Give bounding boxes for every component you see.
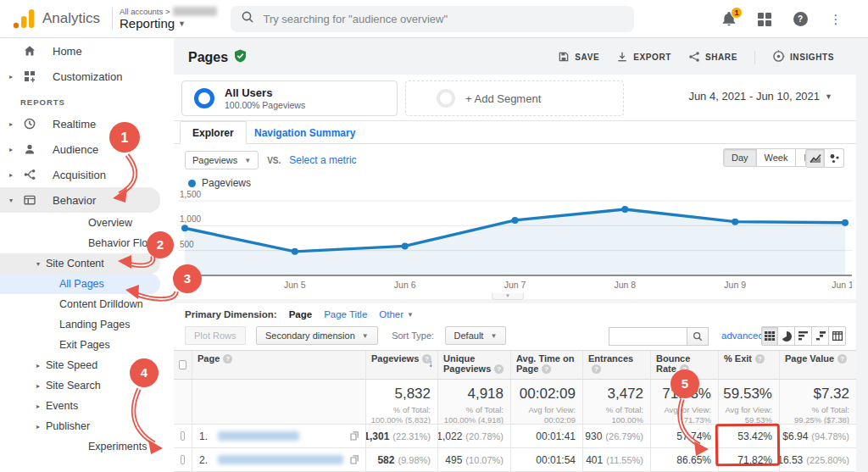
sidebar-item-label: Home xyxy=(53,45,82,58)
plot-rows-button[interactable]: Plot Rows xyxy=(185,326,246,345)
help-icon[interactable]: ? xyxy=(792,11,809,28)
summary-cell: 5,832% of Total: 100.00% (5,832) xyxy=(366,380,438,425)
data-view-icon[interactable] xyxy=(761,326,778,346)
add-segment-button[interactable]: + Add Segment xyxy=(405,81,624,116)
column-header-pageviews[interactable]: Pageviews?↓ xyxy=(366,351,438,380)
sidebar-item-audience[interactable]: ▸Audience xyxy=(0,136,174,162)
column-header-entrances[interactable]: Entrances? xyxy=(583,351,651,380)
sidebar-item-acquisition[interactable]: ▸Acquisition xyxy=(0,162,174,187)
sidebar-item-events[interactable]: ▸Events xyxy=(0,396,174,416)
segment-all-users[interactable]: All Users 100.00% Pageviews xyxy=(181,81,398,116)
app-header: Analytics All accounts > Reporting ▼ 1 ?… xyxy=(0,0,868,38)
help-tooltip-icon[interactable]: ? xyxy=(223,354,232,364)
sidebar-item-content-drilldown[interactable]: Content Drilldown xyxy=(0,294,174,314)
chart-legend: Pageviews xyxy=(188,177,251,189)
select-metric-link[interactable]: Select a metric xyxy=(289,154,356,166)
notifications-bell-icon[interactable]: 1 xyxy=(721,11,737,28)
sidebar-item-customization[interactable]: ▸Customization xyxy=(0,64,174,89)
tab-strip: Explorer Navigation Summary xyxy=(174,121,856,144)
sidebar-item-label: Customization xyxy=(53,70,122,83)
help-tooltip-icon[interactable]: ? xyxy=(837,354,847,364)
primary-dimension-page-title[interactable]: Page Title xyxy=(324,309,367,319)
open-page-icon[interactable] xyxy=(350,431,359,441)
global-search[interactable] xyxy=(231,6,634,32)
export-button[interactable]: EXPORT xyxy=(616,51,671,64)
sidebar-item-experiments[interactable]: Experiments xyxy=(0,436,174,457)
line-chart-icon[interactable] xyxy=(805,148,825,168)
metric-dropdown[interactable]: Pageviews ▼ xyxy=(185,151,259,169)
analytics-logo-icon[interactable] xyxy=(12,7,36,31)
column-header-page[interactable]: Page? xyxy=(192,351,366,380)
help-tooltip-icon[interactable]: ? xyxy=(592,364,601,374)
select-all-checkbox[interactable] xyxy=(179,360,186,369)
column-header--exit[interactable]: % Exit? xyxy=(719,351,780,380)
table-cell: 582(9.98%) xyxy=(366,448,438,472)
apps-grid-icon[interactable] xyxy=(756,11,773,28)
tab-navigation-summary[interactable]: Navigation Summary xyxy=(254,121,355,144)
column-header-avg-time-on-page[interactable]: Avg. Time on Page? xyxy=(511,351,583,380)
primary-dimension-page[interactable]: Page xyxy=(289,309,313,319)
sidebar-item-label: Site Speed xyxy=(46,359,97,371)
share-button[interactable]: SHARE xyxy=(688,51,737,64)
more-options-icon[interactable]: ⋮ xyxy=(827,11,844,28)
percentage-view-icon[interactable] xyxy=(778,326,795,346)
sidebar-item-landing-pages[interactable]: Landing Pages xyxy=(0,314,174,335)
secondary-dimension-dropdown[interactable]: Secondary dimension ▼ xyxy=(256,326,378,345)
sidebar-item-exit-pages[interactable]: Exit Pages xyxy=(0,335,174,355)
insights-button[interactable]: INSIGHTS xyxy=(772,50,834,64)
sidebar-item-site-content[interactable]: ▾Site Content xyxy=(0,253,160,274)
pageviews-line-chart[interactable]: 5001,0001,500Jun 5Jun 6Jun 7Jun 8Jun 9Ju… xyxy=(178,191,852,294)
reporting-menu[interactable]: Reporting ▼ xyxy=(120,16,217,31)
column-header-page-value[interactable]: Page Value? xyxy=(780,351,856,380)
granularity-week-button[interactable]: Week xyxy=(757,148,797,167)
sort-type-dropdown[interactable]: Default ▼ xyxy=(445,326,507,345)
help-tooltip-icon[interactable]: ? xyxy=(680,364,689,374)
page-url-redacted[interactable] xyxy=(218,455,343,464)
advanced-link[interactable]: advanced xyxy=(721,330,764,341)
performance-view-icon[interactable] xyxy=(795,326,812,346)
chevron-down-icon: ▼ xyxy=(490,332,497,340)
date-range-picker[interactable]: Jun 4, 2021 - Jun 10, 2021 ▼ xyxy=(688,90,832,103)
sidebar-item-all-pages[interactable]: All Pages xyxy=(0,274,160,294)
table-search-input[interactable] xyxy=(609,327,687,346)
svg-text:1,500: 1,500 xyxy=(180,191,201,199)
tab-explorer[interactable]: Explorer xyxy=(180,121,247,144)
comparison-view-icon[interactable] xyxy=(812,326,829,346)
open-page-icon[interactable] xyxy=(350,455,359,464)
row-checkbox[interactable] xyxy=(181,455,185,464)
save-button[interactable]: SAVE xyxy=(558,51,599,64)
sidebar-item-home[interactable]: Home xyxy=(0,38,174,64)
breadcrumb[interactable]: All accounts > xyxy=(120,7,170,16)
summary-cell: 59.53%Avg for View: 59.53% (0.00%) xyxy=(719,380,780,425)
svg-text:Jun 8: Jun 8 xyxy=(614,280,636,290)
table-search xyxy=(609,327,709,346)
sidebar-item-behavior[interactable]: ▾Behavior xyxy=(0,187,160,213)
sort-desc-icon[interactable]: ↓ xyxy=(428,358,433,369)
help-tooltip-icon[interactable]: ? xyxy=(542,364,551,374)
sidebar-item-behavior-flow[interactable]: Behavior Flow xyxy=(0,233,174,253)
summary-cell: $7.32% of Total: 99.25% ($7.38) xyxy=(780,380,856,425)
pivot-view-icon[interactable] xyxy=(829,326,846,346)
sidebar-item-realtime[interactable]: ▸Realtime xyxy=(0,111,174,136)
account-name-redacted[interactable] xyxy=(173,7,217,16)
help-tooltip-icon[interactable]: ? xyxy=(755,354,765,364)
motion-chart-icon[interactable] xyxy=(825,148,844,168)
sidebar-item-overview[interactable]: Overview xyxy=(0,213,174,233)
sidebar-item-publisher[interactable]: ▸Publisher xyxy=(0,416,174,436)
toolbar-divider xyxy=(754,51,755,64)
summary-cell: 71.73%Avg for View: 71.73% (0.00%) xyxy=(651,380,719,425)
row-checkbox[interactable] xyxy=(181,431,185,441)
sidebar-item-label: Experiments xyxy=(88,441,147,453)
granularity-day-button[interactable]: Day xyxy=(723,148,757,167)
help-tooltip-icon[interactable]: ? xyxy=(494,364,504,374)
sidebar-item-site-search[interactable]: ▸Site Search xyxy=(0,375,174,396)
chart-collapse-handle[interactable]: ▼ xyxy=(492,293,524,300)
primary-dimension-other[interactable]: Other ▼ xyxy=(379,309,414,319)
column-header-bounce-rate[interactable]: Bounce Rate? xyxy=(651,351,719,380)
column-header-unique-pageviews[interactable]: Unique Pageviews? xyxy=(438,351,511,380)
chart-type-group xyxy=(805,148,844,168)
search-input[interactable] xyxy=(263,13,624,25)
page-url-redacted[interactable] xyxy=(218,431,299,441)
table-search-button[interactable] xyxy=(687,327,709,346)
sidebar-item-site-speed[interactable]: ▸Site Speed xyxy=(0,355,174,375)
